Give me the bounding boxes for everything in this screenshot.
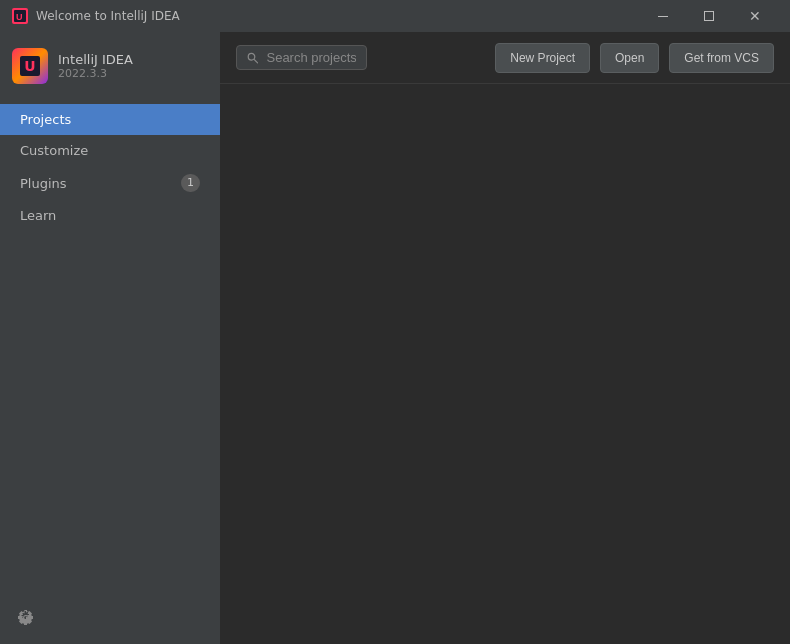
app-logo: U — [12, 48, 48, 84]
sidebar: U IntelliJ IDEA 2022.3.3 Projects Custom… — [0, 32, 220, 644]
app-name-group: IntelliJ IDEA 2022.3.3 — [58, 52, 133, 80]
app-version: 2022.3.3 — [58, 67, 133, 80]
app-name: IntelliJ IDEA — [58, 52, 133, 67]
main-layout: U IntelliJ IDEA 2022.3.3 Projects Custom… — [0, 32, 790, 644]
window-controls: ✕ — [640, 0, 778, 32]
sidebar-item-learn[interactable]: Learn — [0, 200, 220, 231]
maximize-button[interactable] — [686, 0, 732, 32]
svg-point-3 — [248, 53, 255, 60]
settings-button[interactable] — [12, 604, 40, 632]
app-icon: U — [12, 8, 28, 24]
sidebar-bottom — [0, 592, 220, 644]
open-button[interactable]: Open — [600, 43, 659, 73]
gear-icon — [18, 610, 34, 626]
sidebar-item-projects-label: Projects — [20, 112, 71, 127]
title-bar: U Welcome to IntelliJ IDEA ✕ — [0, 0, 790, 32]
sidebar-item-plugins[interactable]: Plugins 1 — [0, 166, 220, 200]
search-icon — [247, 51, 258, 65]
minimize-button[interactable] — [640, 0, 686, 32]
window-title: Welcome to IntelliJ IDEA — [36, 9, 640, 23]
sidebar-item-customize-label: Customize — [20, 143, 88, 158]
sidebar-item-customize[interactable]: Customize — [0, 135, 220, 166]
svg-line-4 — [254, 59, 257, 62]
minimize-icon — [658, 16, 668, 17]
close-icon: ✕ — [749, 9, 761, 23]
app-logo-inner: U — [20, 56, 40, 76]
svg-text:U: U — [16, 12, 23, 22]
content-toolbar: New Project Open Get from VCS — [220, 32, 790, 84]
new-project-button[interactable]: New Project — [495, 43, 590, 73]
empty-content — [220, 84, 790, 644]
close-button[interactable]: ✕ — [732, 0, 778, 32]
maximize-icon — [704, 11, 714, 21]
get-from-vcs-button[interactable]: Get from VCS — [669, 43, 774, 73]
projects-list[interactable] — [220, 84, 790, 644]
app-logo-letter: U — [24, 59, 35, 73]
search-input[interactable] — [266, 50, 355, 65]
sidebar-item-learn-label: Learn — [20, 208, 56, 223]
sidebar-nav: Projects Customize Plugins 1 Learn — [0, 100, 220, 592]
search-wrapper[interactable] — [236, 45, 367, 70]
app-info: U IntelliJ IDEA 2022.3.3 — [0, 32, 220, 100]
sidebar-item-projects[interactable]: Projects — [0, 104, 220, 135]
plugins-badge: 1 — [181, 174, 200, 192]
content-area: New Project Open Get from VCS — [220, 32, 790, 644]
sidebar-item-plugins-label: Plugins — [20, 176, 67, 191]
